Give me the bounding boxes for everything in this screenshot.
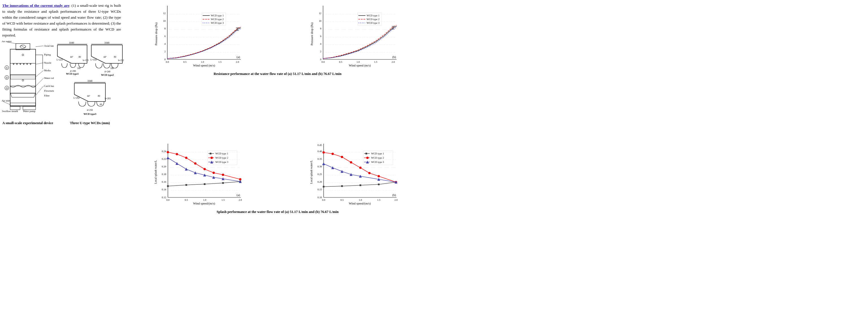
svg-text:Wind speed/(m/s): Wind speed/(m/s) bbox=[348, 202, 371, 205]
splash-chart-b: Local splash water/L Wind speed/(m/s) 0.… bbox=[279, 141, 432, 209]
svg-text:Axial fan: Axial fan bbox=[44, 44, 54, 47]
svg-text:1040: 1040 bbox=[104, 41, 110, 44]
svg-text:80: 80 bbox=[79, 56, 81, 58]
svg-text:60: 60 bbox=[100, 103, 102, 106]
svg-text:0.0: 0.0 bbox=[322, 199, 325, 201]
svg-text:Media: Media bbox=[44, 69, 51, 72]
svg-text:2.0: 2.0 bbox=[394, 199, 398, 201]
intro-text: The innovations of the current study are… bbox=[2, 3, 121, 38]
svg-point-186 bbox=[185, 157, 187, 159]
svg-marker-247 bbox=[322, 162, 325, 165]
svg-text:0.18: 0.18 bbox=[162, 173, 166, 176]
svg-text:80: 80 bbox=[98, 95, 100, 97]
svg-point-189 bbox=[213, 172, 215, 174]
svg-point-22 bbox=[22, 54, 24, 56]
svg-text:WCD type 1: WCD type 1 bbox=[215, 152, 228, 155]
svg-text:0.40: 0.40 bbox=[317, 150, 322, 153]
svg-text:h=232: h=232 bbox=[118, 59, 124, 62]
resistance-chart-b: Pressure drop (Pa) Wind speed (m/s) 0 2 … bbox=[279, 3, 432, 71]
svg-text:①: ① bbox=[6, 66, 8, 69]
splash-chart-a: Local splash water/L Wind speed/(m/s) 0.… bbox=[123, 141, 276, 209]
svg-marker-192 bbox=[166, 156, 169, 159]
svg-line-39 bbox=[36, 78, 43, 86]
svg-point-188 bbox=[204, 168, 206, 170]
svg-text:0.15: 0.15 bbox=[317, 188, 322, 191]
svg-text:Overflow mouth: Overflow mouth bbox=[2, 110, 18, 113]
svg-text:1040: 1040 bbox=[69, 41, 74, 44]
svg-marker-193 bbox=[176, 162, 178, 165]
svg-text:8: 8 bbox=[164, 27, 166, 30]
svg-text:WCD type 3: WCD type 3 bbox=[367, 22, 380, 24]
svg-text:0.5: 0.5 bbox=[185, 199, 188, 201]
svg-text:0.24: 0.24 bbox=[162, 150, 166, 153]
svg-rect-13 bbox=[10, 75, 35, 79]
svg-text:0.30: 0.30 bbox=[317, 165, 322, 168]
svg-text:WCD type1: WCD type1 bbox=[66, 72, 79, 75]
svg-marker-248 bbox=[331, 166, 334, 169]
svg-text:Pressure drop (Pa): Pressure drop (Pa) bbox=[154, 22, 158, 45]
svg-text:0.12: 0.12 bbox=[162, 196, 166, 199]
svg-point-244 bbox=[368, 172, 371, 174]
svg-rect-19 bbox=[23, 107, 36, 110]
svg-text:0.0: 0.0 bbox=[166, 199, 169, 201]
svg-rect-181 bbox=[204, 183, 206, 185]
svg-text:1.5: 1.5 bbox=[374, 61, 377, 63]
svg-marker-8 bbox=[16, 63, 18, 65]
svg-point-241 bbox=[341, 156, 343, 158]
svg-text:0.25: 0.25 bbox=[317, 173, 322, 176]
wcd-diagrams: 1040 L=223 44° 80 h=155 d=200 bbox=[56, 41, 124, 120]
svg-text:L=292: L=292 bbox=[73, 97, 80, 99]
svg-point-243 bbox=[359, 166, 362, 169]
svg-text:0.22: 0.22 bbox=[162, 157, 166, 160]
svg-rect-201 bbox=[210, 153, 211, 154]
svg-rect-18 bbox=[10, 107, 20, 110]
intro-body: : (1) a small-scale test rig is built to… bbox=[2, 3, 121, 37]
svg-text:1.0: 1.0 bbox=[359, 199, 362, 201]
svg-point-258 bbox=[366, 157, 369, 159]
svg-text:Water pump: Water pump bbox=[23, 110, 35, 113]
svg-text:0.0: 0.0 bbox=[321, 61, 325, 63]
svg-text:Water collecting device: Water collecting device bbox=[44, 77, 54, 80]
svg-text:WCD type 2: WCD type 2 bbox=[215, 156, 228, 159]
svg-text:WCD type 3: WCD type 3 bbox=[215, 161, 228, 163]
svg-text:Wind speed (m/s): Wind speed (m/s) bbox=[193, 64, 215, 67]
svg-text:0.14: 0.14 bbox=[162, 188, 166, 191]
svg-rect-237 bbox=[378, 184, 380, 185]
svg-point-185 bbox=[176, 153, 178, 155]
svg-text:Pressure drop (Pa): Pressure drop (Pa) bbox=[310, 22, 314, 45]
left-panel: The innovations of the current study are… bbox=[2, 3, 121, 214]
svg-text:Piping: Piping bbox=[44, 53, 51, 56]
svg-text:1040: 1040 bbox=[87, 80, 93, 82]
svg-text:L=223: L=223 bbox=[57, 59, 62, 61]
svg-text:0.20: 0.20 bbox=[317, 180, 322, 183]
svg-text:d=240: d=240 bbox=[104, 70, 111, 73]
svg-text:Flowmeter: Flowmeter bbox=[44, 89, 54, 92]
svg-text:Air inlet: Air inlet bbox=[2, 99, 10, 102]
svg-text:1.5: 1.5 bbox=[377, 199, 380, 201]
resistance-chart-a: Pressure drop (Pa) Wind speed (m/s) 0 2 … bbox=[123, 3, 276, 71]
svg-text:10: 10 bbox=[319, 20, 322, 22]
svg-text:8: 8 bbox=[320, 27, 321, 30]
svg-text:WCD type 2: WCD type 2 bbox=[367, 18, 380, 21]
svg-point-204 bbox=[211, 157, 213, 159]
svg-text:2.0: 2.0 bbox=[236, 61, 239, 63]
svg-rect-236 bbox=[360, 184, 361, 186]
svg-text:2.0: 2.0 bbox=[239, 199, 242, 201]
svg-text:12: 12 bbox=[163, 12, 166, 15]
svg-text:4: 4 bbox=[320, 42, 321, 45]
svg-text:Air outlet: Air outlet bbox=[2, 41, 11, 43]
svg-line-35 bbox=[36, 63, 43, 64]
svg-text:80: 80 bbox=[114, 56, 116, 58]
svg-text:1.5: 1.5 bbox=[221, 199, 225, 201]
svg-text:0.20: 0.20 bbox=[162, 165, 166, 168]
svg-point-242 bbox=[350, 161, 352, 163]
svg-text:Local splash water/L: Local splash water/L bbox=[310, 160, 313, 184]
svg-text:WCD type 3: WCD type 3 bbox=[371, 161, 384, 163]
svg-text:10: 10 bbox=[163, 20, 166, 22]
svg-text:(a): (a) bbox=[237, 55, 240, 59]
svg-text:0.5: 0.5 bbox=[183, 61, 187, 63]
svg-point-240 bbox=[332, 153, 334, 155]
svg-text:1.5: 1.5 bbox=[218, 61, 222, 63]
svg-line-32 bbox=[36, 46, 43, 47]
svg-rect-179 bbox=[167, 185, 169, 187]
